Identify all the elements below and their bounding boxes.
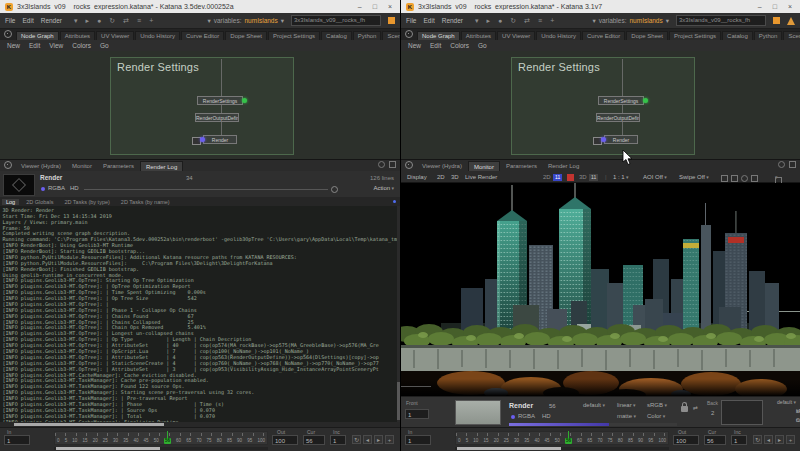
timeline-tick[interactable]: 5 — [466, 438, 469, 444]
nodegraph-menu-item[interactable]: Colors — [450, 42, 469, 49]
out-field[interactable]: 100 — [673, 435, 699, 445]
zoom-ratio-dropdown[interactable]: 1 : 1 — [613, 174, 629, 180]
out-field[interactable]: 100 — [272, 435, 298, 445]
main-tab[interactable]: Catalog — [321, 31, 352, 40]
node-graph-canvas[interactable]: Render Settings RenderSettings RenderOut… — [401, 51, 800, 159]
timeline-tick[interactable]: 0 — [458, 438, 461, 444]
timeline-tick[interactable]: 35 — [524, 438, 529, 444]
timeline-scrollbar[interactable] — [455, 447, 669, 450]
refresh-icon[interactable]: ↻ — [109, 17, 115, 25]
aoi-dropdown[interactable]: AOI Off — [643, 174, 667, 180]
scrollbar-thumb[interactable] — [457, 447, 561, 450]
zoom-add-button[interactable]: + — [786, 435, 795, 444]
close-button[interactable]: × — [388, 3, 392, 10]
variables-value[interactable]: numIslands — [629, 17, 662, 24]
pane-tab[interactable]: Viewer (Hydra) — [417, 161, 467, 171]
menu-item[interactable]: File — [406, 17, 416, 24]
monitor-tool-icon[interactable] — [751, 175, 758, 182]
menu-item[interactable]: File — [5, 17, 15, 24]
nodegraph-menu-item[interactable]: New — [7, 42, 20, 49]
record-icon[interactable]: ● — [97, 17, 101, 25]
main-tab[interactable]: Scene Gr — [783, 31, 800, 40]
timeline-tick[interactable]: 60 — [176, 438, 181, 444]
monitor-tool-icon[interactable] — [721, 175, 728, 182]
timeline-tick[interactable]: 75 — [608, 438, 613, 444]
action-dropdown[interactable]: Action — [373, 185, 394, 191]
timeline-tick[interactable]: 80 — [217, 438, 222, 444]
timeline-tick[interactable]: 40 — [133, 438, 138, 444]
timeline-tick[interactable]: 30 — [514, 438, 519, 444]
step-forward-button[interactable]: ▸ — [775, 435, 784, 444]
loop-button[interactable]: ↻ — [753, 435, 762, 444]
timeline-tick[interactable]: 75 — [207, 438, 212, 444]
pin-icon[interactable] — [789, 161, 796, 168]
linear-dropdown[interactable]: linear — [617, 402, 636, 408]
color-dropdown[interactable]: Color — [647, 413, 665, 419]
main-tab[interactable]: Python — [754, 31, 783, 40]
settings-icon[interactable] — [378, 161, 385, 168]
cur-field[interactable]: 56 — [303, 435, 325, 445]
inc-field[interactable]: 1 — [330, 435, 346, 445]
scrollbar-thumb[interactable] — [14, 423, 164, 426]
menu-item[interactable]: Edit — [22, 17, 33, 24]
timeline-tick[interactable]: 45 — [545, 438, 550, 444]
timeline-tick[interactable]: 100 — [257, 438, 265, 444]
swipe-dropdown[interactable]: Swipe Off — [679, 174, 709, 180]
main-tab[interactable]: Node Graph — [417, 31, 460, 40]
zoom-add-button[interactable]: + — [385, 435, 394, 444]
menu-icon[interactable]: ≡ — [538, 17, 542, 25]
render-log-output[interactable]: 3D Render: RenderStart Time: Fri Dec 13 … — [0, 206, 397, 422]
chevron-down-icon[interactable]: ▾ — [281, 17, 284, 25]
log-subtab[interactable]: 2D Tasks (by name) — [117, 199, 174, 205]
nodegraph-menu-item[interactable]: Edit — [29, 42, 40, 49]
pane-tab[interactable]: Viewer (Hydra) — [16, 161, 66, 171]
srgb-dropdown[interactable]: sRGB — [647, 402, 667, 408]
step-forward-button[interactable]: ▸ — [374, 435, 383, 444]
timeline-tick[interactable]: 90 — [237, 438, 242, 444]
srgb-dropdown[interactable]: sRGB — [796, 408, 800, 414]
monitor-tool-icon[interactable] — [741, 175, 748, 182]
timeline-ruler[interactable]: 0510152025303540455056606570758085909510… — [455, 431, 669, 445]
minimize-button[interactable]: – — [758, 3, 762, 10]
pane-tab[interactable]: Parameters — [98, 161, 139, 171]
title-bar[interactable]: K 3x3Islands_v09__rocks_expression.katan… — [401, 0, 800, 13]
maximize-button[interactable]: □ — [373, 3, 377, 10]
main-tab[interactable]: Project Settings — [268, 31, 320, 40]
node-renderoutputdefine[interactable]: RenderOutputDefine — [596, 113, 640, 122]
node-green-port[interactable] — [242, 98, 247, 103]
chevron-down-icon[interactable]: ▾ — [666, 17, 669, 25]
monitor-viewport[interactable] — [401, 183, 800, 396]
node-render[interactable]: Render — [604, 135, 638, 144]
close-button[interactable]: × — [788, 3, 792, 10]
swap-icon[interactable]: ⇄ — [524, 17, 530, 25]
gear-icon[interactable] — [4, 30, 12, 38]
log-subtab[interactable]: 2D Globals — [22, 199, 57, 205]
nodegraph-menu-item[interactable]: Go — [100, 42, 109, 49]
timeline-tick[interactable]: 25 — [504, 438, 509, 444]
chevron-down-icon[interactable]: ▾ — [207, 17, 210, 25]
main-tab[interactable]: Attributes — [461, 31, 496, 40]
node-graph-canvas[interactable]: Render Settings RenderSettings RenderOut… — [0, 51, 400, 159]
step-back-button[interactable]: ◂ — [363, 435, 372, 444]
variables-group[interactable]: ▾ variables: numIslands ▾ — [207, 17, 284, 25]
front-field[interactable]: 1 — [405, 409, 429, 419]
front-thumbnail[interactable] — [455, 400, 501, 425]
mode-2d-button[interactable]: 2D — [437, 174, 445, 180]
timeline-tick[interactable]: 56 — [164, 438, 171, 444]
main-tab[interactable]: Catalog — [722, 31, 753, 40]
display-label[interactable]: Display — [407, 174, 427, 180]
timeline-tick[interactable]: 85 — [628, 438, 633, 444]
variables-group[interactable]: ▾ variables: numIslands ▾ — [592, 17, 669, 25]
timeline-tick[interactable]: 70 — [196, 438, 201, 444]
swap-buffers-icon[interactable]: ⇄ — [693, 404, 698, 411]
log-subtab[interactable]: Log — [2, 199, 19, 205]
timeline-tick[interactable]: 65 — [186, 438, 191, 444]
main-tab[interactable]: Undo History — [536, 31, 581, 40]
minimize-button[interactable]: – — [358, 3, 362, 10]
pane-tab[interactable]: Parameters — [501, 161, 542, 171]
timeline-tick[interactable]: 10 — [72, 438, 77, 444]
timeline-tick[interactable]: 40 — [534, 438, 539, 444]
warning-icon[interactable] — [787, 17, 795, 25]
pane-tab[interactable]: Monitor — [67, 161, 97, 171]
buffer-2d-badge[interactable]: 11 — [553, 174, 562, 181]
